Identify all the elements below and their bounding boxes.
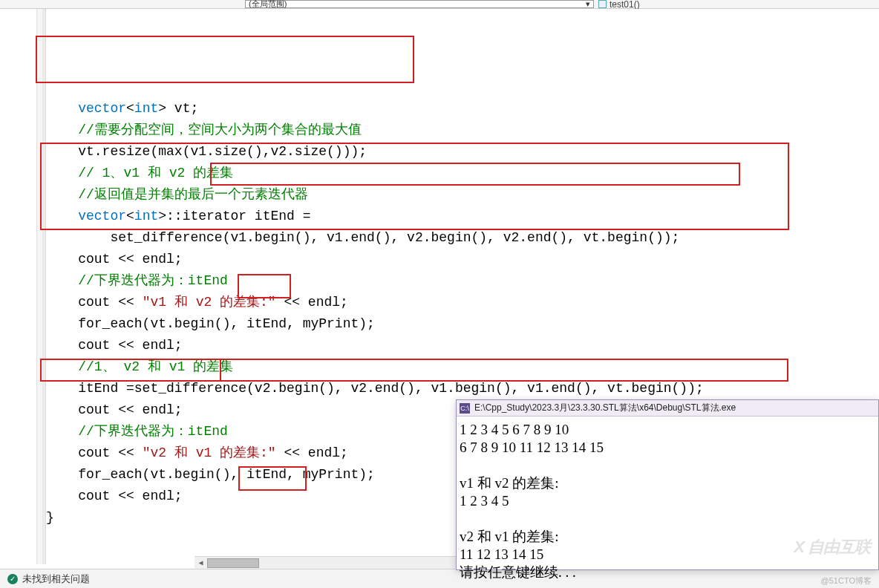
line-gutter: [0, 9, 43, 564]
code-line: //需要分配空间，空间大小为两个集合的最大值: [46, 120, 879, 141]
code-line: itEnd =set_difference(v2.begin(), v2.end…: [46, 378, 879, 399]
scope-dropdown[interactable]: (全局范围) ▾: [245, 0, 594, 8]
status-ok-icon: ✓: [7, 574, 18, 584]
function-dropdown[interactable]: test01(): [598, 0, 640, 10]
code-line: cout << "v1 和 v2 的差集:" << endl;: [46, 292, 879, 313]
scroll-left-icon[interactable]: ◀: [195, 558, 207, 567]
highlight-box: [36, 36, 414, 83]
cube-icon: [598, 0, 607, 8]
code-line: // 1、v1 和 v2 的差集: [46, 163, 879, 184]
console-title: E:\Cpp_Study\2023.3月\23.3.30.STL算法\x64\D…: [474, 402, 736, 414]
chevron-down-icon: ▾: [586, 0, 590, 9]
console-titlebar[interactable]: C:\ E:\Cpp_Study\2023.3月\23.3.30.STL算法\x…: [457, 400, 878, 416]
scroll-thumb[interactable]: [207, 558, 259, 568]
function-label: test01(): [610, 0, 640, 10]
code-line: //1、 v2 和 v1 的差集: [46, 356, 879, 378]
cmd-icon: C:\: [460, 403, 470, 414]
code-line: cout << endl;: [46, 249, 879, 270]
console-output: 1 2 3 4 5 6 7 8 9 10 6 7 8 9 10 11 12 13…: [457, 416, 878, 586]
code-line: vector<int> vt;: [46, 98, 879, 120]
watermark-credit: @51CTO博客: [821, 575, 872, 587]
status-text: 未找到相关问题: [22, 572, 90, 586]
code-line: //返回值是并集的最后一个元素迭代器: [46, 184, 879, 206]
watermark-logo: X 自由互联: [794, 536, 870, 558]
code-line: for_each(vt.begin(), itEnd, myPrint);: [46, 313, 879, 335]
code-line: vector<int>::iterator itEnd =: [46, 206, 879, 227]
code-line: set_difference(v1.begin(), v1.end(), v2.…: [46, 227, 879, 249]
code-line: vt.resize(max(v1.size(),v2.size()));: [46, 141, 879, 163]
code-line: cout << endl;: [46, 335, 879, 356]
top-nav-bar: (全局范围) ▾ test01(): [0, 0, 879, 9]
code-line: //下界迭代器为：itEnd: [46, 270, 879, 292]
